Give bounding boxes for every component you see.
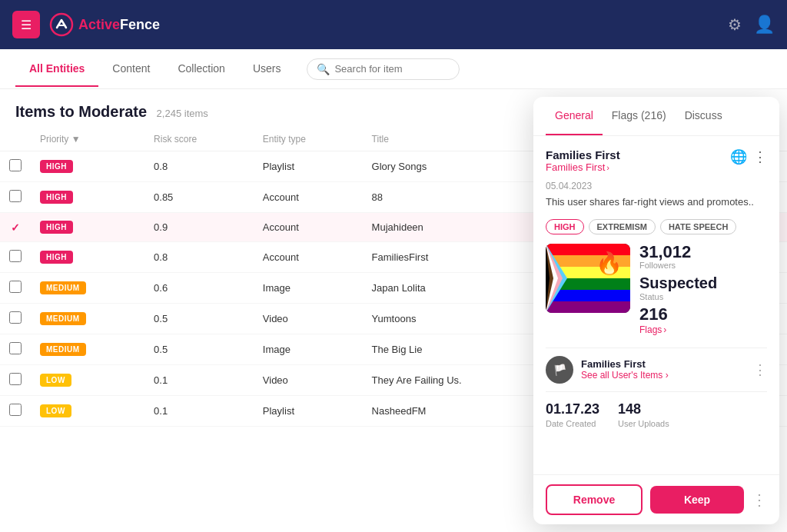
row-title-cell[interactable]: Glory Songs (363, 151, 555, 182)
row-priority-cell: LOW (31, 365, 144, 396)
extremism-tag: EXTREMISM (589, 219, 656, 234)
col-priority[interactable]: Priority ▼ (31, 128, 144, 151)
tag-row: HIGH EXTREMISM HATE SPEECH (546, 219, 767, 234)
row-risk-cell: 0.8 (144, 151, 254, 182)
pride-flag-image: 🔥 (546, 244, 630, 313)
col-risk[interactable]: Risk score (144, 128, 254, 151)
user-name: Families First (581, 358, 745, 370)
priority-badge: MEDIUM (40, 312, 86, 325)
row-entity-type-cell: Video (254, 365, 363, 396)
entity-link[interactable]: Families First › (546, 161, 620, 173)
entity-link-arrow: › (606, 163, 609, 172)
col-title[interactable]: Title (363, 128, 555, 151)
panel-actions: Remove Keep ⋮ (533, 474, 779, 524)
date-created-item: 01.17.23 Date Created (546, 401, 599, 428)
row-risk-cell: 0.8 (144, 242, 254, 273)
row-checkbox-cell[interactable] (0, 396, 31, 427)
see-all-items-link[interactable]: See all User's Items › (581, 370, 745, 381)
fire-emoji: 🔥 (596, 251, 623, 276)
row-checkbox[interactable] (9, 190, 22, 202)
priority-badge: HIGH (40, 191, 73, 204)
flags-count: 216 (639, 306, 717, 323)
logo-text: ActiveFence (78, 17, 160, 33)
panel-tabs: General Flags (216) Discuss (533, 97, 779, 136)
flags-link-label: Flags (639, 324, 662, 335)
row-checkbox-cell[interactable] (0, 273, 31, 304)
activefence-logo-icon (49, 12, 74, 37)
row-priority-cell: HIGH (31, 151, 144, 182)
priority-badge: LOW (40, 404, 71, 417)
svg-rect-6 (546, 301, 630, 313)
stats-info: 31,012 Followers Suspected Status 216 Fl… (639, 244, 717, 335)
row-title-cell[interactable]: Yumtoons (363, 304, 555, 334)
more-options-button[interactable]: ⋮ (753, 148, 767, 165)
row-title-cell[interactable]: Japan Lolita (363, 273, 555, 304)
row-checkbox-cell[interactable]: ✓ (0, 213, 31, 242)
user-more-button[interactable]: ⋮ (753, 361, 767, 378)
row-checkbox-cell[interactable] (0, 151, 31, 182)
actions-more-button[interactable]: ⋮ (752, 490, 767, 509)
search-icon: 🔍 (317, 63, 330, 75)
row-title-cell[interactable]: Mujahideen (363, 213, 555, 242)
keep-button[interactable]: Keep (650, 486, 744, 514)
status-stat: Suspected Status (639, 274, 717, 301)
hamburger-icon: ☰ (21, 18, 32, 32)
row-checkbox-cell[interactable] (0, 182, 31, 213)
priority-badge: HIGH (40, 160, 73, 173)
row-checkbox-cell[interactable] (0, 334, 31, 365)
row-checkbox[interactable] (9, 404, 22, 416)
tab-collection[interactable]: Collection (164, 52, 238, 87)
row-title-cell[interactable]: They Are Failing Us. (363, 365, 555, 396)
search-input[interactable] (334, 63, 450, 75)
detail-panel: General Flags (216) Discuss Families Fir… (533, 97, 779, 524)
row-risk-cell: 0.5 (144, 334, 254, 365)
row-title-cell[interactable]: FamiliesFirst (363, 242, 555, 273)
row-title-cell[interactable]: NasheedFM (363, 396, 555, 427)
followers-count: 31,012 (639, 244, 717, 261)
tab-users[interactable]: Users (239, 52, 295, 87)
row-checkbox[interactable] (9, 311, 22, 324)
status-label: Status (639, 292, 717, 301)
row-entity-type-cell: Playlist (254, 151, 363, 182)
status-value: Suspected (639, 274, 717, 292)
row-checkbox[interactable] (9, 281, 22, 293)
sub-navigation: All Entities Content Collection Users 🔍 (0, 49, 787, 89)
row-checkbox-cell[interactable] (0, 365, 31, 396)
translate-button[interactable]: 🌐 (730, 148, 747, 165)
panel-tab-general[interactable]: General (546, 97, 603, 135)
row-checkbox-cell[interactable] (0, 304, 31, 334)
row-checkbox-cell[interactable] (0, 242, 31, 273)
row-risk-cell: 0.6 (144, 273, 254, 304)
date-created-value: 01.17.23 (546, 401, 599, 417)
tab-content[interactable]: Content (98, 52, 164, 87)
row-title-cell[interactable]: The Big Lie (363, 334, 555, 365)
row-entity-type-cell: Account (254, 182, 363, 213)
row-priority-cell: HIGH (31, 182, 144, 213)
followers-label: Followers (639, 261, 717, 270)
hamburger-button[interactable]: ☰ (12, 11, 40, 38)
panel-tab-discuss[interactable]: Discuss (676, 97, 732, 135)
sort-priority-icon: ▼ (71, 134, 81, 145)
remove-button[interactable]: Remove (546, 484, 643, 515)
panel-tab-flags[interactable]: Flags (216) (603, 97, 676, 135)
row-entity-type-cell: Account (254, 213, 363, 242)
user-profile-button[interactable]: 👤 (754, 15, 775, 35)
row-checkbox[interactable] (9, 250, 22, 262)
row-checkbox[interactable] (9, 373, 22, 385)
logo-area: ActiveFence (49, 12, 160, 37)
row-priority-cell: HIGH (31, 213, 144, 242)
translate-icon: 🌐 (730, 149, 747, 165)
settings-button[interactable]: ⚙ (728, 15, 742, 34)
row-checkbox[interactable] (9, 159, 22, 171)
meta-row: 01.17.23 Date Created 148 User Uploads (546, 401, 767, 428)
flags-link[interactable]: Flags › (639, 324, 717, 335)
col-entity-type[interactable]: Entity type (254, 128, 363, 151)
tab-all-entities[interactable]: All Entities (15, 52, 98, 87)
search-bar[interactable]: 🔍 (307, 58, 460, 80)
nav-icons: ⚙ 👤 (728, 15, 775, 35)
row-risk-cell: 0.1 (144, 396, 254, 427)
row-title-cell[interactable]: 88 (363, 182, 555, 213)
row-checkbox[interactable] (9, 342, 22, 354)
row-priority-cell: MEDIUM (31, 334, 144, 365)
row-priority-cell: LOW (31, 396, 144, 427)
